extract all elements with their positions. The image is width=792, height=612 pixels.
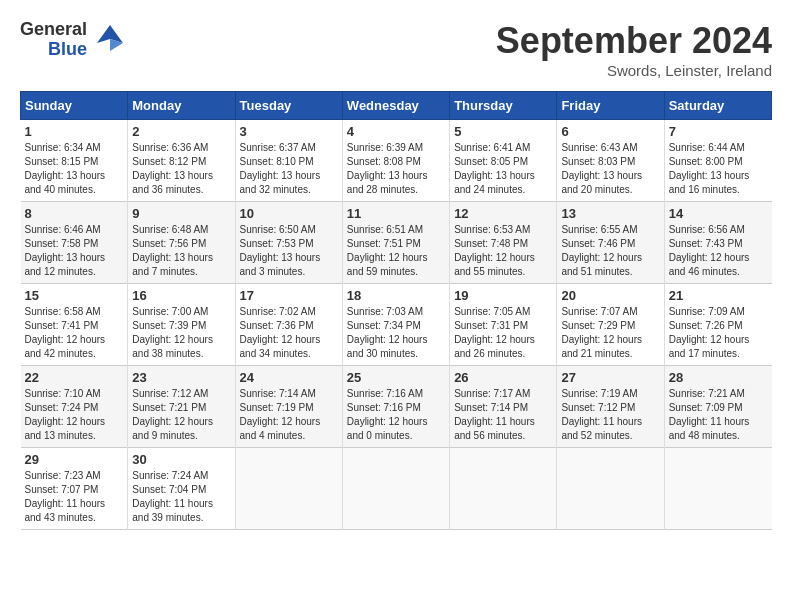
- day-number: 5: [454, 124, 552, 139]
- day-number: 15: [25, 288, 124, 303]
- calendar-cell: [664, 448, 771, 530]
- day-number: 24: [240, 370, 338, 385]
- day-info: Sunrise: 7:03 AM Sunset: 7:34 PM Dayligh…: [347, 305, 445, 361]
- calendar-week-row: 1Sunrise: 6:34 AM Sunset: 8:15 PM Daylig…: [21, 120, 772, 202]
- calendar-cell: [235, 448, 342, 530]
- month-title: September 2024: [496, 20, 772, 62]
- day-info: Sunrise: 6:51 AM Sunset: 7:51 PM Dayligh…: [347, 223, 445, 279]
- day-info: Sunrise: 6:43 AM Sunset: 8:03 PM Dayligh…: [561, 141, 659, 197]
- day-number: 18: [347, 288, 445, 303]
- day-number: 10: [240, 206, 338, 221]
- day-info: Sunrise: 6:48 AM Sunset: 7:56 PM Dayligh…: [132, 223, 230, 279]
- day-number: 11: [347, 206, 445, 221]
- day-number: 23: [132, 370, 230, 385]
- calendar-cell: 7Sunrise: 6:44 AM Sunset: 8:00 PM Daylig…: [664, 120, 771, 202]
- day-info: Sunrise: 6:37 AM Sunset: 8:10 PM Dayligh…: [240, 141, 338, 197]
- calendar-cell: 18Sunrise: 7:03 AM Sunset: 7:34 PM Dayli…: [342, 284, 449, 366]
- calendar-cell: 20Sunrise: 7:07 AM Sunset: 7:29 PM Dayli…: [557, 284, 664, 366]
- day-number: 2: [132, 124, 230, 139]
- day-number: 29: [25, 452, 124, 467]
- day-info: Sunrise: 6:39 AM Sunset: 8:08 PM Dayligh…: [347, 141, 445, 197]
- day-number: 3: [240, 124, 338, 139]
- day-info: Sunrise: 7:17 AM Sunset: 7:14 PM Dayligh…: [454, 387, 552, 443]
- calendar-cell: 14Sunrise: 6:56 AM Sunset: 7:43 PM Dayli…: [664, 202, 771, 284]
- calendar-cell: 26Sunrise: 7:17 AM Sunset: 7:14 PM Dayli…: [450, 366, 557, 448]
- header-saturday: Saturday: [664, 92, 771, 120]
- day-info: Sunrise: 7:16 AM Sunset: 7:16 PM Dayligh…: [347, 387, 445, 443]
- day-number: 21: [669, 288, 768, 303]
- logo-general: General: [20, 20, 87, 40]
- day-number: 12: [454, 206, 552, 221]
- calendar-cell: 9Sunrise: 6:48 AM Sunset: 7:56 PM Daylig…: [128, 202, 235, 284]
- header-sunday: Sunday: [21, 92, 128, 120]
- calendar-cell: 21Sunrise: 7:09 AM Sunset: 7:26 PM Dayli…: [664, 284, 771, 366]
- day-info: Sunrise: 7:00 AM Sunset: 7:39 PM Dayligh…: [132, 305, 230, 361]
- day-info: Sunrise: 7:07 AM Sunset: 7:29 PM Dayligh…: [561, 305, 659, 361]
- day-info: Sunrise: 6:56 AM Sunset: 7:43 PM Dayligh…: [669, 223, 768, 279]
- day-info: Sunrise: 7:24 AM Sunset: 7:04 PM Dayligh…: [132, 469, 230, 525]
- calendar-cell: 11Sunrise: 6:51 AM Sunset: 7:51 PM Dayli…: [342, 202, 449, 284]
- day-number: 30: [132, 452, 230, 467]
- day-info: Sunrise: 6:34 AM Sunset: 8:15 PM Dayligh…: [25, 141, 124, 197]
- calendar-week-row: 29Sunrise: 7:23 AM Sunset: 7:07 PM Dayli…: [21, 448, 772, 530]
- calendar-week-row: 8Sunrise: 6:46 AM Sunset: 7:58 PM Daylig…: [21, 202, 772, 284]
- calendar-cell: 2Sunrise: 6:36 AM Sunset: 8:12 PM Daylig…: [128, 120, 235, 202]
- day-number: 14: [669, 206, 768, 221]
- calendar-cell: 6Sunrise: 6:43 AM Sunset: 8:03 PM Daylig…: [557, 120, 664, 202]
- header-thursday: Thursday: [450, 92, 557, 120]
- day-number: 13: [561, 206, 659, 221]
- calendar-cell: 5Sunrise: 6:41 AM Sunset: 8:05 PM Daylig…: [450, 120, 557, 202]
- calendar-cell: 25Sunrise: 7:16 AM Sunset: 7:16 PM Dayli…: [342, 366, 449, 448]
- day-number: 27: [561, 370, 659, 385]
- title-area: September 2024 Swords, Leinster, Ireland: [496, 20, 772, 79]
- day-number: 1: [25, 124, 124, 139]
- day-number: 17: [240, 288, 338, 303]
- day-number: 28: [669, 370, 768, 385]
- calendar-week-row: 15Sunrise: 6:58 AM Sunset: 7:41 PM Dayli…: [21, 284, 772, 366]
- day-info: Sunrise: 7:21 AM Sunset: 7:09 PM Dayligh…: [669, 387, 768, 443]
- day-number: 25: [347, 370, 445, 385]
- day-number: 22: [25, 370, 124, 385]
- day-info: Sunrise: 7:09 AM Sunset: 7:26 PM Dayligh…: [669, 305, 768, 361]
- calendar-cell: 15Sunrise: 6:58 AM Sunset: 7:41 PM Dayli…: [21, 284, 128, 366]
- calendar-cell: 13Sunrise: 6:55 AM Sunset: 7:46 PM Dayli…: [557, 202, 664, 284]
- calendar-cell: [342, 448, 449, 530]
- day-info: Sunrise: 7:02 AM Sunset: 7:36 PM Dayligh…: [240, 305, 338, 361]
- header-tuesday: Tuesday: [235, 92, 342, 120]
- calendar-cell: 8Sunrise: 6:46 AM Sunset: 7:58 PM Daylig…: [21, 202, 128, 284]
- calendar-cell: 17Sunrise: 7:02 AM Sunset: 7:36 PM Dayli…: [235, 284, 342, 366]
- day-number: 6: [561, 124, 659, 139]
- day-info: Sunrise: 6:58 AM Sunset: 7:41 PM Dayligh…: [25, 305, 124, 361]
- calendar-header-row: SundayMondayTuesdayWednesdayThursdayFrid…: [21, 92, 772, 120]
- calendar-cell: 28Sunrise: 7:21 AM Sunset: 7:09 PM Dayli…: [664, 366, 771, 448]
- calendar-cell: 23Sunrise: 7:12 AM Sunset: 7:21 PM Dayli…: [128, 366, 235, 448]
- day-info: Sunrise: 6:55 AM Sunset: 7:46 PM Dayligh…: [561, 223, 659, 279]
- header-monday: Monday: [128, 92, 235, 120]
- calendar-cell: 4Sunrise: 6:39 AM Sunset: 8:08 PM Daylig…: [342, 120, 449, 202]
- logo: General Blue: [20, 20, 125, 60]
- calendar-cell: 19Sunrise: 7:05 AM Sunset: 7:31 PM Dayli…: [450, 284, 557, 366]
- day-info: Sunrise: 7:23 AM Sunset: 7:07 PM Dayligh…: [25, 469, 124, 525]
- day-number: 16: [132, 288, 230, 303]
- location-subtitle: Swords, Leinster, Ireland: [496, 62, 772, 79]
- day-info: Sunrise: 6:46 AM Sunset: 7:58 PM Dayligh…: [25, 223, 124, 279]
- day-number: 20: [561, 288, 659, 303]
- day-number: 19: [454, 288, 552, 303]
- day-info: Sunrise: 6:50 AM Sunset: 7:53 PM Dayligh…: [240, 223, 338, 279]
- day-number: 4: [347, 124, 445, 139]
- calendar-week-row: 22Sunrise: 7:10 AM Sunset: 7:24 PM Dayli…: [21, 366, 772, 448]
- calendar-cell: 22Sunrise: 7:10 AM Sunset: 7:24 PM Dayli…: [21, 366, 128, 448]
- calendar-cell: [557, 448, 664, 530]
- day-number: 8: [25, 206, 124, 221]
- calendar-cell: 3Sunrise: 6:37 AM Sunset: 8:10 PM Daylig…: [235, 120, 342, 202]
- day-info: Sunrise: 6:36 AM Sunset: 8:12 PM Dayligh…: [132, 141, 230, 197]
- day-info: Sunrise: 6:44 AM Sunset: 8:00 PM Dayligh…: [669, 141, 768, 197]
- day-number: 7: [669, 124, 768, 139]
- logo-icon: [95, 23, 125, 57]
- day-info: Sunrise: 7:10 AM Sunset: 7:24 PM Dayligh…: [25, 387, 124, 443]
- day-number: 26: [454, 370, 552, 385]
- logo-blue: Blue: [48, 40, 87, 60]
- day-info: Sunrise: 7:12 AM Sunset: 7:21 PM Dayligh…: [132, 387, 230, 443]
- day-info: Sunrise: 7:19 AM Sunset: 7:12 PM Dayligh…: [561, 387, 659, 443]
- calendar-cell: 10Sunrise: 6:50 AM Sunset: 7:53 PM Dayli…: [235, 202, 342, 284]
